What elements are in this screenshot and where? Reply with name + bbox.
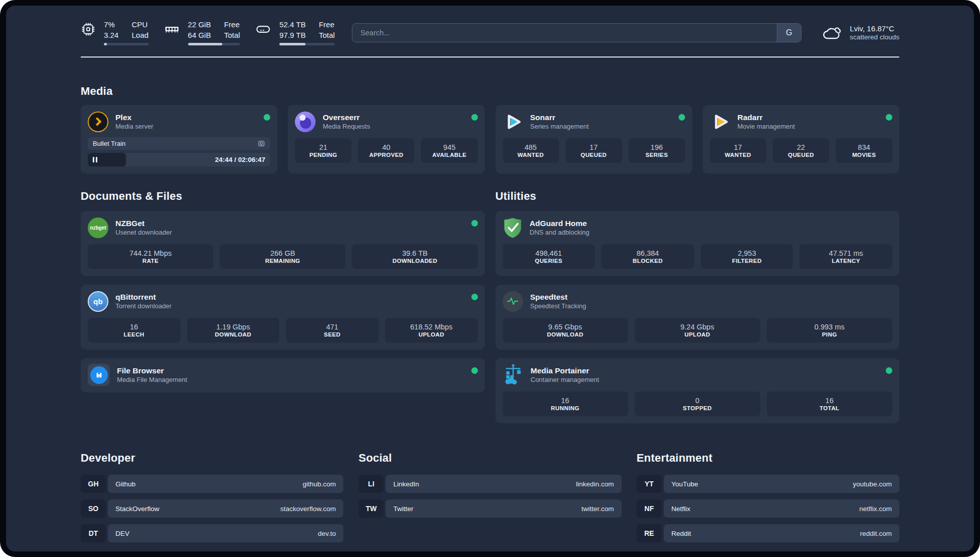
disk-total-value: 97.9 TB [279, 30, 305, 40]
stats-row: 17 WANTED 22 QUEUED 834 MOVIES [710, 138, 892, 163]
weather-widget: Lviv, 16.87°C scattered clouds [821, 24, 899, 42]
app-card-plex[interactable]: Plex Media server Bullet Train 24:44 / 0… [81, 105, 277, 174]
stat-value: 17 [590, 143, 598, 151]
stat-tile: 471 SEED [286, 318, 379, 343]
cloud-icon [821, 24, 843, 42]
app-name: Sonarr [530, 113, 671, 122]
app-desc: Media server [115, 123, 257, 130]
app-desc: Series management [530, 123, 671, 130]
app-desc: Container management [531, 376, 879, 383]
link-bar: Github github.com [108, 475, 343, 493]
top-bar: 7% 3.24 CPU Load [81, 20, 899, 45]
ram-free-label: Free [224, 20, 240, 30]
search-provider-button[interactable]: G [777, 24, 801, 42]
link-row[interactable]: GH Github github.com [81, 475, 343, 493]
sonarr-logo-icon [503, 112, 523, 132]
app-card-speedtest[interactable]: Speedtest Speedtest Tracking 9.65 Gbps D… [496, 285, 900, 350]
adguard-logo-icon [503, 217, 523, 239]
stat-value: 945 [443, 143, 455, 151]
camera-icon [258, 140, 265, 147]
app-name: Plex [115, 113, 257, 122]
stat-value: 0.993 ms [815, 323, 845, 331]
app-desc: Media File Management [117, 376, 464, 383]
link-bar: Twitter twitter.com [386, 499, 621, 518]
link-row[interactable]: NF Netflix netflix.com [637, 499, 899, 518]
link-row[interactable]: DT DEV dev.to [81, 524, 343, 542]
link-row[interactable]: RE Reddit reddit.com [637, 524, 899, 542]
status-dot [471, 294, 478, 300]
stat-tile: 21 PENDING [295, 138, 351, 163]
app-card-filebrowser[interactable]: File Browser Media File Management [81, 358, 485, 393]
link-name: Reddit [671, 530, 691, 537]
link-row[interactable]: LI LinkedIn linkedin.com [358, 475, 621, 493]
stat-tile: 0 STOPPED [635, 392, 760, 416]
now-playing-title: Bullet Train [93, 140, 126, 147]
app-card-radarr[interactable]: Radarr Movie management 17 WANTED 22 QUE… [703, 105, 899, 174]
stat-tile: 40 APPROVED [358, 138, 414, 163]
stat-value: 485 [524, 143, 536, 151]
stat-value: 266 GB [270, 249, 295, 257]
stat-tile: 2,953 FILTERED [701, 244, 793, 269]
stat-label: SEED [324, 331, 341, 338]
cpu-icon [81, 22, 96, 37]
link-row[interactable]: TW Twitter twitter.com [358, 499, 621, 518]
stat-label: WANTED [517, 152, 543, 158]
cpu-load-label: Load [132, 30, 148, 40]
link-row[interactable]: YT YouTube youtube.com [637, 475, 899, 493]
disk-icon [255, 22, 271, 37]
link-url: youtube.com [853, 480, 892, 488]
app-desc: Movie management [738, 123, 879, 130]
cpu-usage-label: CPU [132, 20, 148, 30]
playback-time: 24:44 / 02:06:47 [215, 156, 265, 163]
now-playing-row: Bullet Train [88, 137, 270, 150]
link-abbr: SO [81, 499, 106, 518]
disk-progress [279, 43, 335, 45]
dashboard: 7% 3.24 CPU Load [6, 6, 974, 551]
stats-row: 9.65 Gbps DOWNLOAD 9.24 Gbps UPLOAD 0.99… [503, 318, 893, 343]
search-bar: G [352, 23, 802, 42]
radarr-logo-icon [710, 112, 730, 132]
cpu-progress [104, 43, 149, 45]
link-name: YouTube [671, 480, 698, 488]
stat-value: 40 [382, 143, 390, 151]
link-row[interactable]: SO StackOverflow stackoverflow.com [81, 499, 343, 518]
stat-value: 498,461 [535, 249, 562, 257]
app-name: AdGuard Home [530, 219, 893, 228]
cpu-stat: 7% 3.24 CPU Load [81, 20, 149, 45]
stat-value: 39.6 TB [402, 249, 428, 257]
link-abbr: NF [637, 499, 662, 518]
link-bar: LinkedIn linkedin.com [386, 475, 621, 493]
section-title-entertainment: Entertainment [637, 452, 899, 465]
entertainment-links: Entertainment YT YouTube youtube.com NF … [637, 452, 899, 542]
stat-label: WANTED [725, 152, 751, 158]
section-title-social: Social [358, 452, 621, 465]
status-dot [471, 367, 478, 374]
plex-logo-icon [88, 112, 108, 132]
disk-stat: 52.4 TB 97.9 TB Free Total [255, 20, 335, 45]
stat-label: RUNNING [551, 405, 579, 411]
stat-label: SERIES [645, 152, 668, 158]
link-abbr: YT [637, 475, 662, 493]
stats-row: 485 WANTED 17 QUEUED 196 SERIES [503, 138, 685, 163]
stat-tile: 834 MOVIES [836, 138, 892, 163]
search-input[interactable] [352, 24, 777, 42]
app-card-nzbget[interactable]: nzbget NZBGet Usenet downloader 744.21 M… [81, 211, 485, 276]
section-title-media: Media [81, 85, 899, 98]
stat-label: STOPPED [683, 405, 712, 411]
stat-label: MOVIES [852, 152, 876, 158]
disk-free-value: 52.4 TB [279, 20, 305, 30]
link-name: DEV [115, 530, 130, 537]
ram-stat: 22 GiB 64 GiB Free Total [164, 20, 240, 45]
media-grid: Plex Media server Bullet Train 24:44 / 0… [81, 105, 899, 174]
app-card-portainer[interactable]: Media Portainer Container management 16 … [496, 358, 900, 423]
stat-value: 86,384 [637, 249, 659, 257]
stat-value: 1.19 Gbps [216, 323, 250, 331]
app-card-qbittorrent[interactable]: qb qBittorrent Torrent downloader 16 LEE… [81, 285, 485, 350]
app-desc: Media Requests [323, 123, 464, 130]
stat-value: 196 [651, 143, 663, 151]
app-card-overseerr[interactable]: Overseerr Media Requests 21 PENDING 40 A… [288, 105, 484, 174]
link-url: linkedin.com [576, 480, 614, 488]
app-card-adguard[interactable]: AdGuard Home DNS and adblocking 498,461 … [496, 211, 900, 276]
stat-label: TOTAL [820, 405, 839, 411]
app-card-sonarr[interactable]: Sonarr Series management 485 WANTED 17 Q… [496, 105, 692, 174]
